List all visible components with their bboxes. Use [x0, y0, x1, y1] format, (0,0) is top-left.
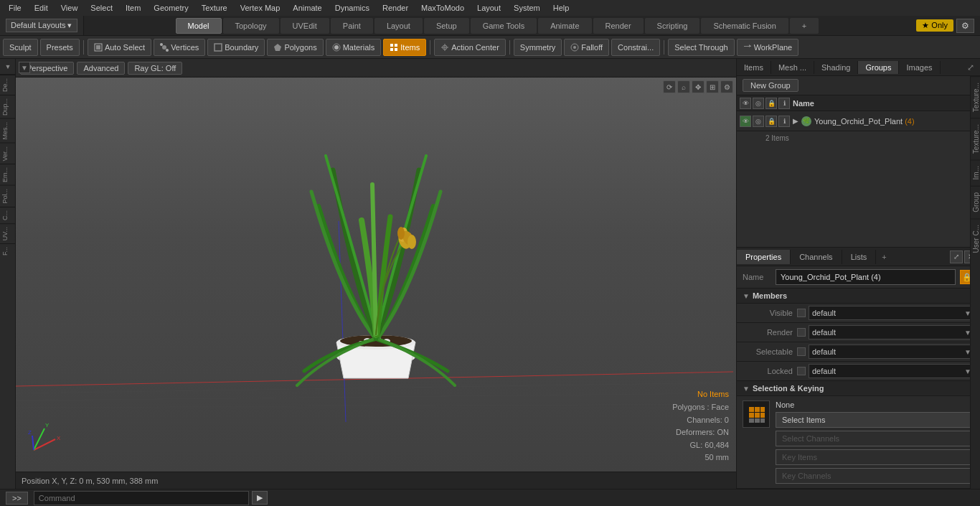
layout-tab-layout[interactable]: Layout	[374, 18, 423, 34]
members-section-header[interactable]: ▼ Members	[737, 289, 980, 304]
raygl-btn[interactable]: Ray GL: Off	[128, 62, 182, 75]
sidebar-mesh[interactable]: Mes...	[0, 118, 15, 143]
gi-icon-lock[interactable]: 🔒	[765, 116, 777, 127]
key-channels-button[interactable]: Key Channels	[776, 468, 974, 484]
menu-edit[interactable]: Edit	[29, 2, 54, 14]
falloff-button[interactable]: Falloff	[564, 39, 609, 56]
menu-layout[interactable]: Layout	[471, 2, 507, 14]
polygons-button[interactable]: Polygons	[267, 39, 323, 56]
render-select[interactable]: default	[809, 325, 974, 339]
settings-button[interactable]: ⚙	[956, 19, 974, 33]
select-items-button[interactable]: Select Items	[776, 412, 974, 428]
gh-icon-lock[interactable]: 🔒	[765, 98, 777, 109]
menu-item[interactable]: Item	[120, 2, 146, 14]
gi-icon-eye[interactable]: 👁	[740, 116, 751, 127]
materials-button[interactable]: Materials	[326, 39, 382, 56]
presets-button[interactable]: Presets	[40, 39, 80, 56]
star-only-button[interactable]: ★ Only	[916, 19, 953, 32]
props-tab-lists[interactable]: Lists	[842, 250, 877, 264]
group-item-row[interactable]: 👁 ◎ 🔒 ℹ ▶ 🌿 Young_Orchid_Pot_Plant (4)	[737, 111, 980, 131]
edge-tab-user[interactable]: User C...	[971, 218, 980, 258]
props-ctrl-expand[interactable]: ⤢	[950, 250, 963, 263]
rp-tab-shading[interactable]: Shading	[814, 61, 858, 74]
sidebar-deform[interactable]: De...	[0, 75, 15, 95]
command-input[interactable]	[34, 491, 249, 505]
sidebar-pol[interactable]: Pol...	[0, 185, 15, 207]
menu-vertex-map[interactable]: Vertex Map	[235, 2, 286, 14]
layout-tab-paint[interactable]: Paint	[331, 18, 373, 34]
sidebar-dup[interactable]: Dup...	[0, 95, 15, 118]
rp-tab-groups[interactable]: Groups	[858, 61, 899, 74]
sidebar-c[interactable]: C...	[0, 207, 15, 223]
selectable-select[interactable]: default	[809, 345, 974, 359]
sidebar-ver[interactable]: Ver...	[0, 143, 15, 164]
menu-texture[interactable]: Texture	[196, 2, 233, 14]
layout-tab-add[interactable]: +	[790, 18, 819, 34]
gh-icon-render[interactable]: ◎	[753, 98, 764, 109]
gi-icon-render[interactable]: ◎	[753, 116, 764, 127]
key-items-button[interactable]: Key Items	[776, 449, 974, 465]
vp-ctrl-zoom[interactable]: ⌕	[677, 80, 690, 93]
sidebar-emit[interactable]: Em...	[0, 164, 15, 185]
menu-view[interactable]: View	[55, 2, 84, 14]
action-center-button[interactable]: Action Center	[434, 39, 506, 56]
vp-ctrl-pan[interactable]: ✥	[692, 80, 705, 93]
props-tab-properties[interactable]: Properties	[737, 250, 791, 264]
menu-select[interactable]: Select	[85, 2, 118, 14]
select-channels-button[interactable]: Select Channels	[776, 431, 974, 446]
menu-file[interactable]: File	[3, 2, 27, 14]
vertices-button[interactable]: Vertices	[154, 39, 205, 56]
sidebar-f[interactable]: F...	[0, 243, 15, 258]
sculpt-button[interactable]: Sculpt	[3, 39, 38, 56]
menu-maxtomodo[interactable]: MaxToModo	[415, 2, 470, 14]
bottom-expand-button[interactable]: >>	[6, 492, 28, 505]
layout-tab-animate[interactable]: Animate	[538, 18, 591, 34]
layout-tab-topology[interactable]: Topology	[223, 18, 279, 34]
rp-tab-expand[interactable]: ⤢	[961, 60, 980, 75]
props-tab-channels[interactable]: Channels	[791, 250, 842, 264]
visible-select[interactable]: default	[809, 306, 974, 320]
auto-select-button[interactable]: Auto Select	[88, 39, 151, 56]
menu-help[interactable]: Help	[547, 2, 575, 14]
edge-tab-group[interactable]: Group	[971, 186, 980, 218]
rp-tab-items[interactable]: Items	[737, 61, 771, 74]
boundary-button[interactable]: Boundary	[207, 39, 265, 56]
layout-tab-setup[interactable]: Setup	[424, 18, 469, 34]
viewport-main[interactable]: No Items Polygons : Face Channels: 0 Def…	[16, 78, 736, 472]
symmetry-button[interactable]: Symmetry	[514, 39, 562, 56]
select-through-button[interactable]: Select Through	[668, 39, 734, 56]
layout-tab-schematic[interactable]: Schematic Fusion	[701, 18, 788, 34]
workplane-button[interactable]: WorkPlane	[737, 39, 799, 56]
layout-tab-model[interactable]: Model	[176, 18, 222, 34]
items-button[interactable]: Items	[383, 39, 426, 56]
gh-icon-eye[interactable]: 👁	[740, 98, 751, 109]
edge-tab-image[interactable]: Im...	[971, 159, 980, 185]
vp-ctrl-fit[interactable]: ⊞	[706, 80, 719, 93]
vp-ctrl-settings[interactable]: ⚙	[720, 80, 733, 93]
group-content[interactable]: 👁 ◎ 🔒 ℹ ▶ 🌿 Young_Orchid_Pot_Plant (4) 2…	[737, 111, 980, 247]
constraints-button[interactable]: Constrai...	[611, 39, 660, 56]
layout-tab-scripting[interactable]: Scripting	[645, 18, 700, 34]
layouts-dropdown[interactable]: Default Layouts ▾	[6, 19, 77, 32]
edge-tab-texture1[interactable]: Texture...	[971, 76, 980, 118]
menu-system[interactable]: System	[508, 2, 546, 14]
props-tab-add[interactable]: +	[876, 250, 892, 264]
name-input[interactable]	[776, 269, 956, 285]
rp-tab-images[interactable]: Images	[899, 61, 940, 74]
layout-tab-uvedit[interactable]: UVEdit	[281, 18, 329, 34]
viewport-corner-indicator[interactable]: ▼	[19, 62, 30, 73]
sel-key-section-header[interactable]: ▼ Selection & Keying	[737, 381, 980, 396]
new-group-button[interactable]: New Group	[743, 79, 798, 92]
edge-tab-texture2[interactable]: Texture...	[971, 118, 980, 159]
layout-tab-render[interactable]: Render	[593, 18, 644, 34]
gi-icon-info[interactable]: ℹ	[778, 116, 790, 127]
sidebar-uv[interactable]: UV...	[0, 223, 15, 243]
vp-ctrl-rotate[interactable]: ⟳	[663, 80, 676, 93]
advanced-btn[interactable]: Advanced	[77, 62, 125, 75]
gh-icon-info[interactable]: ℹ	[778, 98, 790, 109]
command-run-button[interactable]: ▶	[252, 491, 268, 505]
rp-tab-mesh[interactable]: Mesh ...	[771, 61, 814, 74]
menu-geometry[interactable]: Geometry	[148, 2, 194, 14]
locked-select[interactable]: default	[809, 364, 974, 378]
sidebar-top-btn[interactable]: ▼	[0, 59, 16, 75]
